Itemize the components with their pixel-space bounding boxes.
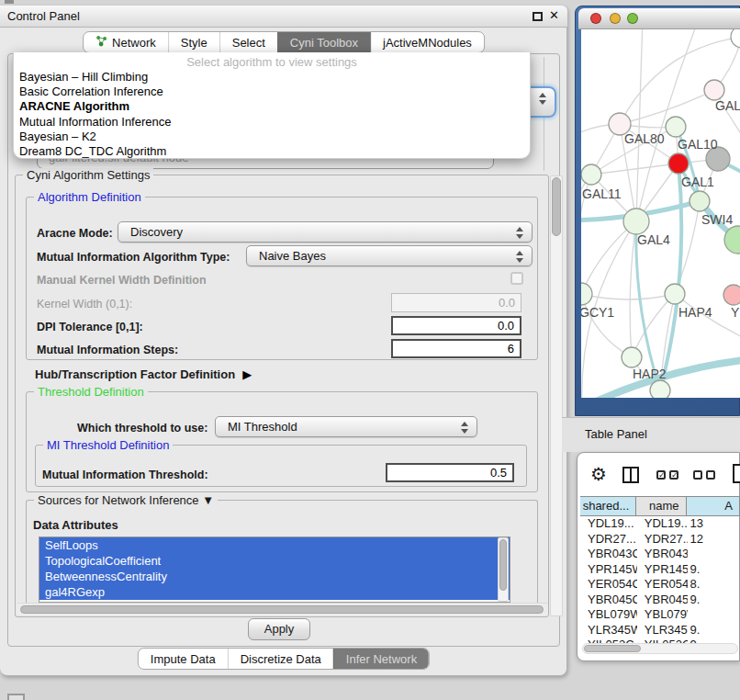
node-label-gal: GAL [715,98,740,113]
algorithm-popup-hint: Select algorithm to view settings [14,55,530,70]
node-label-swi4: SWI4 [701,212,733,227]
tab-impute-data[interactable]: Impute Data [139,649,228,669]
tab-discretize-data[interactable]: Discretize Data [228,649,333,669]
tab-style[interactable]: Style [168,32,219,52]
node-label-gal11: GAL11 [582,186,622,201]
settings-vscrollbar[interactable] [550,175,563,616]
attribute-gal4rgexp[interactable]: gal4RGexp [39,584,510,600]
tab-jactivemnodules[interactable]: jActiveMNodules [370,32,484,52]
cyni-bottom-tab-bar: Impute DataDiscretize DataInfer Network [138,648,430,670]
expand-down-icon[interactable]: ▼ [202,493,214,507]
mi-threshold-field[interactable] [386,463,514,482]
node-label-gal80: GAL80 [624,131,665,146]
hub-definition-toggle[interactable]: Hub/Transcription Factor Definition▶ [35,367,252,381]
node-label-gal1: GAL1 [681,175,714,189]
column-header-name[interactable]: name [636,497,686,516]
node-y[interactable] [723,285,740,305]
network-canvas[interactable]: GALGAL80GAL10GAL1GAL11SWI4GAL4GCY1HAP4YH… [581,29,740,398]
node-hap4[interactable] [665,284,685,304]
node-label-gal10: GAL10 [678,137,718,152]
column-header-a[interactable]: A [687,497,740,516]
new-document-icon[interactable] [733,464,740,483]
algorithm-option-bayesian-k2[interactable]: Bayesian – K2 [14,130,530,144]
mi-type-label: Mutual Information Algorithm Type: [37,251,230,264]
table-row[interactable]: YBR043CYBR043C [580,547,740,562]
data-attributes-label: Data Attributes [33,518,118,532]
split-columns-icon[interactable] [622,467,639,483]
combo-stepper-icon [539,93,546,105]
combo-stepper-icon [516,251,523,263]
node-gal10[interactable] [666,117,686,137]
node-gal11[interactable] [581,164,601,185]
algorithm-option-aracne-algorithm[interactable]: ARACNE Algorithm [14,99,530,114]
expand-right-icon[interactable]: ▶ [242,367,252,381]
node-label-hap4: HAP4 [678,305,712,320]
close-icon[interactable]: ✕ [549,8,559,22]
uncheck-all-icon[interactable] [706,470,715,480]
dpi-tolerance-field[interactable] [391,316,521,335]
node-botg[interactable] [650,380,670,398]
table-row[interactable]: YBR045CYBR045C9. [580,593,740,608]
table-row[interactable]: YPR145WYPR145W9. [580,562,740,578]
collapsed-panel-button[interactable] [7,694,25,700]
attributes-scrollbar-thumb[interactable] [499,539,507,591]
dpi-tolerance-label: DPI Tolerance [0,1]: [37,321,143,333]
algorithm-option-mutual-information-inference[interactable]: Mutual Information Inference [14,115,530,130]
algorithm-option-basic-correlation-inference[interactable]: Basic Correlation Inference [14,85,530,99]
settings-hscrollbar-thumb[interactable] [20,605,544,614]
mi-type-combo[interactable]: Naive Bayes [246,245,533,266]
check-all-icon[interactable]: ✓ [656,470,666,480]
check-all-icon[interactable]: ✓ [669,470,678,480]
node-gal[interactable] [704,80,724,100]
tab-infer-network[interactable]: Infer Network [333,649,429,669]
column-header-shared-[interactable]: shared... [580,497,636,516]
table-hscrollbar-thumb[interactable] [584,645,641,652]
node-top[interactable] [731,29,740,48]
threshold-definition-title: Threshold Definition [34,385,148,399]
minimize-traffic-light[interactable] [610,13,621,24]
node-swi4[interactable] [690,191,710,211]
manual-kernel-checkbox[interactable] [510,272,523,285]
gear-icon[interactable]: ⚙ [590,463,607,485]
zoom-traffic-light[interactable] [627,13,638,24]
node-label-hap2: HAP2 [633,367,667,381]
float-window-icon[interactable] [533,12,543,21]
close-traffic-light[interactable] [590,13,601,24]
aracne-mode-combo[interactable]: Discovery [118,221,533,243]
algorithm-select-popup: Select algorithm to view settings Bayesi… [13,52,531,159]
manual-kernel-label: Manual Kernel Width Definition [37,274,207,287]
attribute-selfloops[interactable]: SelfLoops [39,537,510,553]
settings-vscrollbar-thumb[interactable] [552,177,561,236]
kernel-width-field[interactable] [391,293,521,312]
table-row[interactable]: YLR345WYLR345W9. [580,623,740,638]
combo-stepper-icon [516,227,523,239]
algorithm-option-bayesian-hill-climbing[interactable]: Bayesian – Hill Climbing [14,70,530,85]
settings-hscrollbar[interactable] [17,603,548,615]
data-attributes-list[interactable]: SelfLoopsTopologicalCoefficientBetweenne… [39,536,510,603]
tab-cyni-toolbox[interactable]: Cyni Toolbox [277,32,370,52]
attribute-topologicalcoefficient[interactable]: TopologicalCoefficient [39,553,510,569]
table-row[interactable]: YBL079WYBL079W [580,607,740,623]
table-row[interactable]: YDL19...YDL19...13 [580,516,740,532]
which-threshold-combo[interactable]: MI Threshold [215,416,477,437]
algorithm-option-dream8-dc-tdc-algorithm[interactable]: Dream8 DC_TDC Algorithm [14,144,530,159]
settings-group-title: Cyni Algorithm Settings [23,168,153,182]
attributes-scrollbar[interactable] [498,537,509,602]
attribute-betweennesscentrality[interactable]: BetweennessCentrality [39,569,510,584]
desktop: Control Panel ✕ NetworkStyleSelectCyni T… [0,0,740,700]
control-panel-titlebar[interactable] [0,6,567,28]
node-gcy1[interactable] [581,283,592,305]
tab-network[interactable]: Network [84,32,168,52]
table-row[interactable]: YER054CYER054C8. [580,577,740,593]
node-gal1[interactable] [668,153,689,174]
node-gal4[interactable] [623,209,649,234]
table-row[interactable]: YDR27...YDR27...12 [580,532,740,548]
apply-button[interactable]: Apply [248,618,310,640]
tab-select[interactable]: Select [219,32,277,52]
mi-steps-field[interactable] [391,339,521,358]
network-window-titlebar[interactable] [578,8,740,29]
window-edge-fragment [5,0,14,4]
network-graph: GALGAL80GAL10GAL1GAL11SWI4GAL4GCY1HAP4YH… [581,29,740,398]
node-hap2[interactable] [622,347,642,367]
uncheck-all-icon[interactable] [693,470,702,480]
